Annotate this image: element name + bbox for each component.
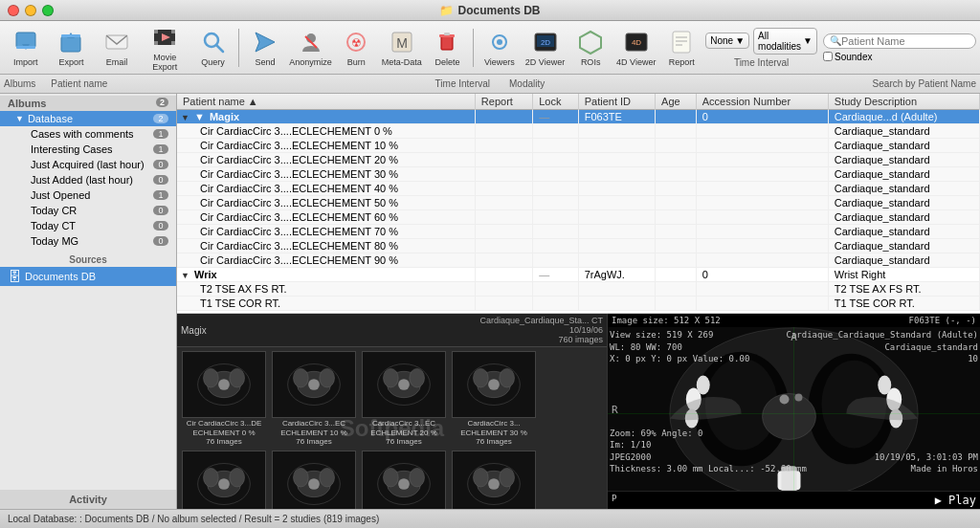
col-patient-name[interactable]: Patient name ▲ — [177, 94, 475, 110]
list-item[interactable]: CardiacCirc 3...ECLECHEMENT 50 %76 Image… — [271, 451, 357, 509]
table-row[interactable]: Cir CardiacCirc 3....ECLECHEMENT 0 % Car… — [177, 124, 980, 139]
list-item[interactable]: Cir CardiacCirc 3...DEECHLEMENT 0 %76 Im… — [181, 351, 267, 447]
soundex-check[interactable] — [823, 52, 833, 61]
sidebar-item-today-mg[interactable]: Today MG 0 — [0, 233, 176, 249]
import-icon — [12, 29, 39, 55]
svg-point-78 — [410, 468, 425, 487]
sidebar-item-interesting[interactable]: Interesting Cases 1 — [0, 142, 176, 157]
patient-name-search-box[interactable]: 🔍 — [823, 33, 976, 49]
export-button[interactable]: Export — [50, 24, 94, 72]
group-row-wrix[interactable]: ▼ Wrix — 7rAgWJ. 0 Wrist Right — [177, 268, 980, 282]
sidebar-item-just-opened[interactable]: Just Opened 1 — [0, 187, 176, 203]
svg-marker-30 — [580, 32, 601, 54]
play-button[interactable]: ▶ Play — [935, 494, 976, 507]
group-name-wrix: Wrix — [194, 269, 217, 280]
2d-viewer-button[interactable]: 2D 2D Viewer — [523, 24, 568, 72]
table-row[interactable]: Cir CardiacCirc 3....ECLECHEMENT 20 % Ca… — [177, 153, 980, 167]
list-item[interactable]: CardiacCirc 3...ECLECHEMENT 60 %76 Image… — [361, 451, 447, 509]
sidebar-item-database[interactable]: ▼ Database 2 — [0, 111, 176, 126]
thumbnail-image[interactable] — [182, 451, 266, 509]
thumbnail-image[interactable] — [362, 451, 446, 509]
secondary-toolbar: Albums Patient name Time Interval Modali… — [0, 75, 980, 94]
list-item[interactable]: CardiacCirc 3...ECECHLEMENT 10 %76 Image… — [271, 351, 357, 447]
minimize-button[interactable] — [25, 5, 36, 16]
email-button[interactable]: Email — [95, 24, 139, 72]
group-row-magix[interactable]: ▼ ▼ Magix — F063TE 0 Cardiaque...d (Adul… — [177, 110, 980, 124]
meta-data-button[interactable]: M Meta-Data — [380, 24, 424, 72]
movie-export-button[interactable]: Movie Export — [141, 24, 189, 72]
soundex-checkbox[interactable]: Soundex — [823, 52, 872, 62]
svg-point-76 — [398, 478, 410, 490]
rois-button[interactable]: ROIs — [568, 24, 612, 72]
albums-section: Albums 2 ▼ Database 2 Cases with comment… — [0, 94, 176, 251]
query-label: Query — [201, 57, 225, 67]
4d-viewer-button[interactable]: 4D 4D Viewer — [614, 24, 658, 72]
study-table[interactable]: Patient name ▲ Report Lock Patient ID Ag… — [177, 94, 980, 314]
thumbnail-image[interactable] — [452, 351, 536, 418]
patient-name-search-input[interactable] — [841, 35, 969, 47]
sidebar-item-just-added[interactable]: Just Added (last hour) 0 — [0, 172, 176, 187]
table-row[interactable]: Cir CardiacCirc 3....ECLECHEMENT 40 % Ca… — [177, 182, 980, 196]
maximize-button[interactable] — [42, 5, 54, 16]
2d-viewer-label: 2D Viewer — [525, 57, 565, 67]
sidebar-item-today-ct[interactable]: Today CT 0 — [0, 218, 176, 233]
col-accession-number[interactable]: Accession Number — [696, 94, 828, 110]
list-item[interactable]: CardiacCirc 3...ECHLEMENT 30 %76 Images — [451, 351, 537, 447]
table-row[interactable]: Cir CardiacCirc 3....ECLECHEMENT 80 % Ca… — [177, 239, 980, 253]
thumbnail-image[interactable] — [362, 351, 446, 418]
sidebar-item-documents-db[interactable]: 🗄 Documents DB — [0, 267, 176, 286]
import-button[interactable]: Import — [4, 24, 48, 72]
search-icon: 🔍 — [830, 35, 841, 46]
svg-point-64 — [218, 478, 230, 490]
table-row[interactable]: Cir CardiacCirc 3....ECLECHEMENT 30 % Ca… — [177, 167, 980, 182]
svg-point-53 — [384, 368, 399, 387]
ct-label-right: R — [612, 403, 618, 415]
anonymize-button[interactable]: Anonymize — [289, 24, 333, 72]
content-area: Patient name ▲ Report Lock Patient ID Ag… — [177, 94, 980, 509]
col-study-description[interactable]: Study Description — [828, 94, 979, 110]
sidebar-item-today-cr[interactable]: Today CR 0 — [0, 203, 176, 218]
close-button[interactable] — [8, 5, 19, 16]
thumbnail-grid[interactable]: Softpedia — [177, 347, 607, 509]
svg-point-48 — [320, 368, 335, 387]
folder-icon: 📁 — [439, 4, 454, 17]
list-item[interactable]: CardiacCirc 3...ECECHLEMENT 20 %76 Image… — [361, 351, 447, 447]
send-button[interactable]: Send — [243, 24, 287, 72]
col-age[interactable]: Age — [656, 94, 697, 110]
thumbnail-image[interactable] — [182, 351, 266, 418]
all-modalities-dropdown[interactable]: All modalities ▼ — [753, 28, 817, 55]
svg-rect-10 — [154, 41, 158, 45]
delete-button[interactable]: Delete — [426, 24, 470, 72]
thumbnail-image[interactable] — [452, 451, 536, 509]
sources-header: Sources — [0, 251, 176, 267]
table-row[interactable]: Cir CardiacCirc 3....ECLECHEMENT 10 % Ca… — [177, 139, 980, 153]
query-button[interactable]: Query — [191, 24, 235, 72]
time-interval-none-dropdown[interactable]: None ▼ — [705, 33, 749, 49]
table-row[interactable]: Cir CardiacCirc 3....ECLECHEMENT 60 % Ca… — [177, 210, 980, 225]
table-row[interactable]: Cir CardiacCirc 3....ECLECHEMENT 70 % Ca… — [177, 225, 980, 239]
ct-image-area[interactable]: View size: 519 X 269 WL: 80 WW: 700 X: 0… — [608, 327, 980, 491]
svg-point-41 — [204, 368, 219, 387]
col-report[interactable]: Report — [475, 94, 532, 110]
table-row[interactable]: T1 TSE COR RT. T1 TSE COR RT. — [177, 297, 980, 311]
list-item[interactable]: CardiacCirc 3...ECECHLEMENT 40 %76 Image… — [181, 451, 267, 509]
thumbnail-image[interactable] — [272, 351, 356, 418]
sidebar-item-just-acquired[interactable]: Just Acquired (last hour) 0 — [0, 157, 176, 172]
svg-point-58 — [488, 379, 500, 390]
ct-viewer[interactable]: Image size: 512 X 512 F063TE (-, -) — [607, 314, 980, 509]
sidebar-item-cases-comments[interactable]: Cases with comments 1 — [0, 126, 176, 142]
expand-icon-magix: ▼ — [181, 113, 189, 122]
svg-rect-33 — [673, 32, 690, 53]
table-row[interactable]: Cir CardiacCirc 3....ECLECHEMENT 90 % Ca… — [177, 253, 980, 268]
burn-button[interactable]: ☢ Burn — [334, 24, 378, 72]
delete-label: Delete — [434, 57, 459, 67]
table-row[interactable]: T2 TSE AX FS RT. T2 TSE AX FS RT. — [177, 282, 980, 297]
table-row[interactable]: Cir CardiacCirc 3....ECLECHEMENT 50 % Ca… — [177, 196, 980, 210]
report-button[interactable]: Report — [660, 24, 704, 72]
col-lock[interactable]: Lock — [533, 94, 579, 110]
list-item[interactable]: CardiacCirc 3...ECLECHEMENT 70 %76 Image… — [451, 451, 537, 509]
svg-rect-3 — [61, 36, 80, 52]
thumbnail-image[interactable] — [272, 451, 356, 509]
col-patient-id[interactable]: Patient ID — [578, 94, 655, 110]
viewers-button[interactable]: Viewers — [478, 24, 522, 72]
